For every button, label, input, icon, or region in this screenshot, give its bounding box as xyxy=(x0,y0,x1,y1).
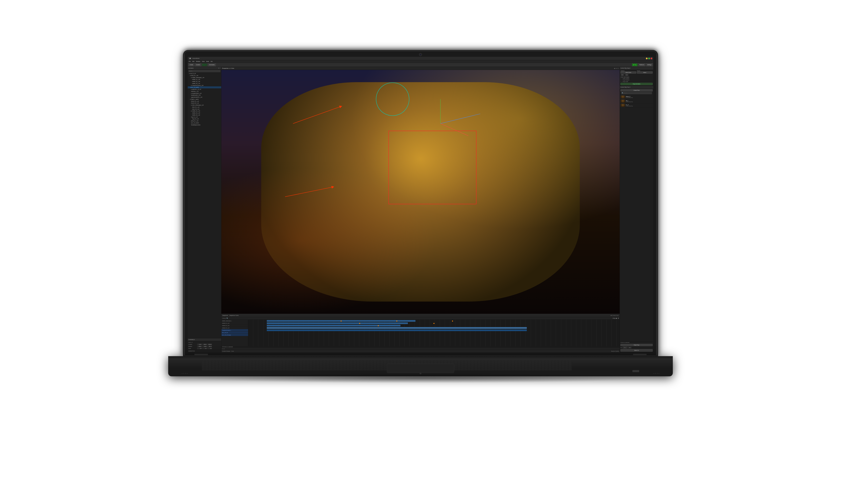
pose-header[interactable]: Control Rig Pose ▾ xyxy=(620,86,653,89)
pose-search[interactable]: 🔍 Search... xyxy=(621,92,652,94)
track-label-arm-copy[interactable]: arm_l_fk_ctrl (copy) xyxy=(221,334,248,336)
track-label[interactable]: middle_02_l_ctrl xyxy=(221,324,248,327)
scale-x-input[interactable]: 1.0 xyxy=(197,348,202,349)
perspective-label[interactable]: Perspective xyxy=(222,68,228,69)
platforms-button[interactable]: Platforms xyxy=(638,63,646,66)
menu-file[interactable]: File xyxy=(189,61,191,62)
hierarchy-search[interactable]: Search... xyxy=(188,70,221,72)
scale-z-input[interactable]: 1.0 xyxy=(207,348,212,349)
tree-item[interactable]: upperArmAtch01_l_ctrl xyxy=(188,96,221,98)
tree-item[interactable]: handArrow02_l_ctrl xyxy=(188,94,221,96)
loc-x-input[interactable]: 12.94 xyxy=(197,344,202,345)
content-button[interactable]: Content xyxy=(195,63,201,66)
snap-rot-checkbox[interactable]: ☐ xyxy=(620,79,621,80)
parent-select-button[interactable]: Select xyxy=(637,71,653,74)
tree-item[interactable]: thumb_01_l_ctrl xyxy=(188,100,221,102)
tree-item[interactable]: ▸ hand_01_l_ctrl xyxy=(188,75,221,77)
snap-animation-button[interactable]: Snap Animation xyxy=(620,83,653,85)
pose-item-atk-l[interactable]: Atk_l Control Rig Pose xyxy=(620,99,653,103)
settings-button[interactable]: Settings xyxy=(646,63,653,66)
track-label-selected[interactable]: TransformControl_l... xyxy=(221,329,248,331)
play-icon[interactable]: ▶ xyxy=(616,318,617,319)
create-pose-button[interactable]: Create Pose xyxy=(620,89,653,91)
menu-tools[interactable]: Tools xyxy=(202,61,205,62)
close-button[interactable]: ✕ xyxy=(651,58,652,59)
tree-item[interactable]: ▸ middle_01_l_ctrl xyxy=(188,110,221,112)
tree-item[interactable]: ▸ upperarm_l_fk_ctrl xyxy=(188,88,221,90)
tree-item[interactable]: ▸ TransformControl_l_ctrl xyxy=(188,85,221,87)
select-actor-button[interactable]: Select Actor xyxy=(620,71,636,74)
mirror-button[interactable]: Mirror xyxy=(623,346,628,348)
tree-item[interactable]: pinky_01_l_ctrl xyxy=(188,120,221,122)
tree-item[interactable]: ShowBodyControls xyxy=(188,124,221,126)
creature-glow xyxy=(221,70,620,314)
scale-y-input[interactable]: 1.0 xyxy=(202,348,207,349)
child-value-input[interactable]: 0000 xyxy=(620,74,624,76)
menu-edit[interactable]: Edit xyxy=(192,61,194,62)
tree-item[interactable]: middle_02_l_ctrl xyxy=(188,112,221,114)
tree-item[interactable]: arm_l_fk_switch xyxy=(188,122,221,124)
track-label-arm[interactable]: arm_l_fk_ctrl xyxy=(221,331,248,334)
sequencer-curve-label[interactable]: Sequencer Curve xyxy=(229,315,239,316)
track-label[interactable]: middle_01_l_ctrl xyxy=(221,322,248,324)
tree-item[interactable]: ▸ root_01_ctrl xyxy=(188,73,221,75)
menu-info[interactable]: Info xyxy=(210,61,212,62)
timeline-tool-track[interactable]: +TRACK xyxy=(222,318,226,319)
maximize-button[interactable]: □ xyxy=(648,58,650,59)
content-drawer[interactable]: Content Drawer Cmd Source Control xyxy=(221,350,620,353)
tree-item[interactable]: ring_01_l_ctrl xyxy=(188,116,221,118)
tree-item[interactable]: lowerarm_l_ctrl xyxy=(188,90,221,92)
rot-z-input[interactable]: 50.74 xyxy=(207,346,212,347)
show-label[interactable]: Show xyxy=(231,68,234,69)
rot-y-input[interactable]: 13.66 xyxy=(202,346,207,347)
track-label[interactable]: middle_03_l_ctrl xyxy=(221,327,248,329)
timeline-search-icon[interactable]: 🔍 xyxy=(226,318,228,319)
tree-item[interactable]: ▸ index_metacarpal_l_ctrl xyxy=(188,104,221,106)
menu-build[interactable]: Build xyxy=(206,61,209,62)
blueprints-button[interactable]: Blueprints xyxy=(202,63,207,66)
content-drawer-label[interactable]: Content Drawer xyxy=(222,350,230,352)
tree-item-selected[interactable]: ▸ arm_l_fk_switch xyxy=(188,86,221,88)
cmd-label[interactable]: Cmd xyxy=(231,350,234,352)
tree-item[interactable]: ▸ fingers_l_space xyxy=(188,98,221,100)
pose-controls: Create Pose 🔍 Search... xyxy=(620,89,653,95)
tree-item[interactable]: middle_03_l_ctrl xyxy=(188,114,221,116)
pose-item-attack-r[interactable]: Attack_R Control Rig Pose xyxy=(620,95,653,99)
tree-item[interactable]: ring_02_l_ctrl xyxy=(188,118,221,120)
tree-item[interactable]: middle_01_l_ctrl xyxy=(188,78,221,80)
parent-value-input[interactable]: 0016 xyxy=(625,74,629,76)
paste-pose-button[interactable]: Paste Pose xyxy=(620,344,653,346)
key-value[interactable]: 0.0 xyxy=(628,347,632,348)
track-label[interactable]: middle_metacarpal_l... xyxy=(221,320,248,322)
loc-z-input[interactable]: 245.55 xyxy=(207,344,212,345)
filter-icon[interactable]: ⊞ xyxy=(218,68,219,69)
play-button[interactable]: ▶ Play xyxy=(632,63,638,66)
minimize-button[interactable]: – xyxy=(646,58,648,59)
tree-item[interactable]: thumb_02_l_ctrl xyxy=(188,102,221,104)
menu-window[interactable]: Window xyxy=(196,61,200,62)
tree-item[interactable]: ▸ middle_metacarpal_l_ctrl xyxy=(188,77,221,79)
timeline-area: Sequencer Sequencer Curve 1692_Robot_Flo… xyxy=(221,314,620,347)
tree-item[interactable]: index_02_l_ctrl xyxy=(188,108,221,110)
lit-label[interactable]: Lit xyxy=(229,68,230,69)
tree-item[interactable]: middle_03_l_ctrl xyxy=(188,83,221,85)
snap-scale-checkbox[interactable]: ☐ xyxy=(620,81,621,82)
channels-header: CHANNELS xyxy=(188,338,221,341)
tree-item[interactable]: middle_02_l_ctrl xyxy=(188,80,221,83)
channel-location-label: Location xyxy=(188,344,197,345)
sequencer-label[interactable]: Sequencer xyxy=(222,315,228,316)
loc-y-input[interactable]: -80.65 xyxy=(202,344,207,345)
pause-icon[interactable]: ⏸ xyxy=(618,318,619,319)
cinematics-button[interactable]: Cinematics xyxy=(208,63,216,66)
add-icon[interactable]: + xyxy=(220,68,221,69)
create-button[interactable]: Create xyxy=(188,63,194,66)
pose-item-fix-p[interactable]: Fix_P Control Rig Pose xyxy=(620,103,653,108)
rot-x-input[interactable]: -80.61 xyxy=(197,346,202,347)
source-control-label[interactable]: Source Control xyxy=(611,350,619,352)
tree-item[interactable]: ▸ handArrow03_l_ctrl xyxy=(188,92,221,94)
tree-item[interactable]: index_01_l_ctrl xyxy=(188,106,221,108)
snap-pos-checkbox[interactable]: ☐ xyxy=(620,78,621,79)
select-co-button[interactable]: Select Co xyxy=(620,349,653,352)
laptop: UE AncientWorld – □ ✕ File Edit Windo xyxy=(151,50,690,454)
control-rig-snap-header[interactable]: Control Rig Snap ▾ xyxy=(620,67,653,70)
